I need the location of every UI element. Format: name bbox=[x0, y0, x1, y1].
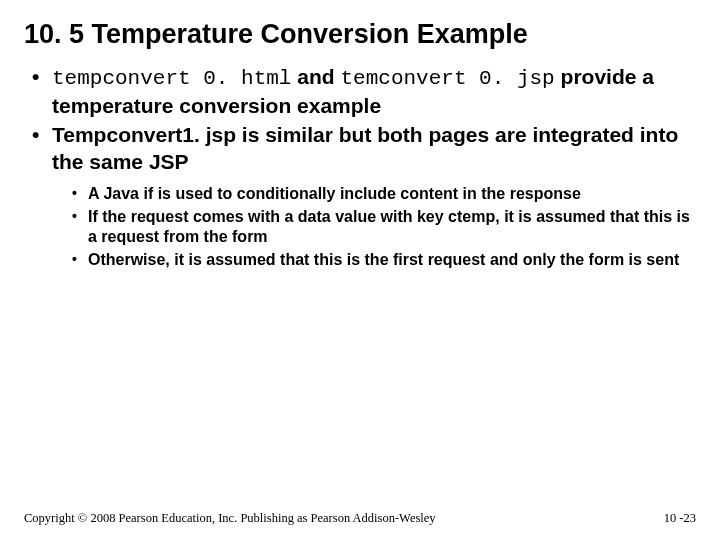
slide-title: 10. 5 Temperature Conversion Example bbox=[24, 18, 696, 50]
copyright-text: Copyright © 2008 Pearson Education, Inc.… bbox=[24, 511, 436, 526]
sub-bullet-list: A Java if is used to conditionally inclu… bbox=[52, 184, 696, 271]
bullet-text-part: tempconvert 0. html bbox=[52, 67, 291, 90]
bullet-item: Tempconvert1. jsp is similar but both pa… bbox=[32, 122, 696, 271]
sub-bullet-item: A Java if is used to conditionally inclu… bbox=[72, 184, 696, 205]
bullet-text-part: and bbox=[291, 65, 340, 88]
bullet-text-part: Tempconvert1. jsp is similar but both pa… bbox=[52, 123, 678, 173]
slide-footer: Copyright © 2008 Pearson Education, Inc.… bbox=[24, 511, 696, 526]
bullet-list: tempconvert 0. html and temconvert 0. js… bbox=[24, 64, 696, 271]
bullet-item: tempconvert 0. html and temconvert 0. js… bbox=[32, 64, 696, 120]
sub-bullet-item: If the request comes with a data value w… bbox=[72, 207, 696, 249]
sub-bullet-item: Otherwise, it is assumed that this is th… bbox=[72, 250, 696, 271]
bullet-text-part: temconvert 0. jsp bbox=[340, 67, 554, 90]
page-number: 10 -23 bbox=[664, 511, 696, 526]
